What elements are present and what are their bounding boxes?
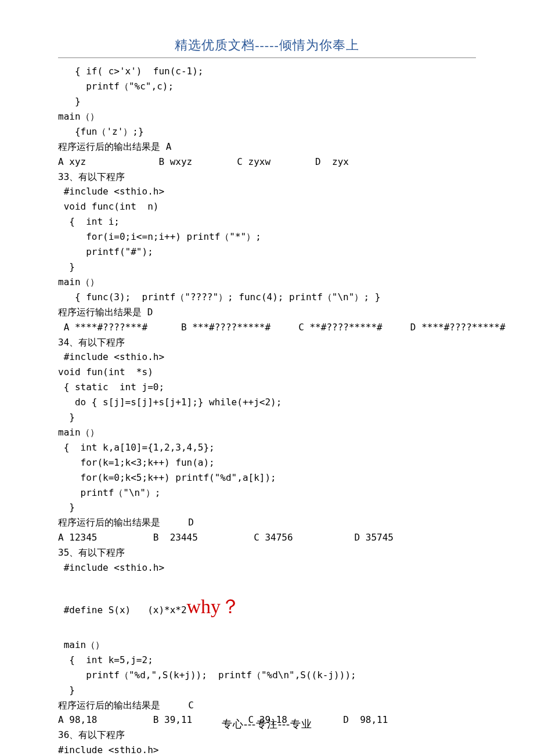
document-body: { if( c>'x') fun(c-1); printf（"%c",c); }… [58,64,476,756]
code-line: printf（"\n"）; [58,485,476,501]
code-line: } [58,500,476,515]
code-line: main（） [58,425,476,440]
code-line: { static int j=0; [58,380,476,395]
blank-line [58,575,476,591]
code-line: { int i; [58,214,476,229]
define-code: #define S(x) (x)*x*2 [58,604,187,615]
code-line: void func(int n) [58,199,476,214]
code-line: printf("#"); [58,244,476,260]
question-text: 程序运行后的输出结果是 D [58,515,476,530]
code-line: do { s[j]=s[j]+s[j+1];} while(++j<2); [58,395,476,410]
code-line: for(k=0;k<5;k++) printf("%d",a[k]); [58,470,476,485]
question-heading: 34、有以下程序 [58,335,476,350]
question-text: 程序运行输出结果是 D [58,305,476,320]
code-line: main（） [58,275,476,290]
code-line: { func(3); printf（"????"）; func(4); prin… [58,290,476,305]
code-line: printf（"%c",c); [58,79,476,94]
question-heading: 35、有以下程序 [58,545,476,560]
question-heading: 33、有以下程序 [58,170,476,185]
code-line: {fun（'z'）;} [58,124,476,139]
question-text: 程序运行后的输出结果是 C [58,698,476,713]
page-header: 精选优质文档-----倾情为你奉上 [58,35,476,55]
code-line: #include <sthio.h> [58,560,476,575]
code-line: void fun(int *s) [58,365,476,380]
blank-line [58,622,476,638]
answer-options: A xyz B wxyz C zyxw D zyx [58,154,476,170]
code-line: { int k=5,j=2; [58,653,476,668]
answer-options: A ****#????***# B ***#????*****# C **#??… [58,320,476,335]
code-line: } [58,683,476,698]
answer-options: A 12345 B 23445 C 34756 D 35745 [58,530,476,545]
code-line: printf（"%d,",S(k+j)); printf（"%d\n",S((k… [58,668,476,683]
header-divider [58,57,476,58]
code-line: for(i=0;i<=n;i++) printf（"*"）; [58,229,476,244]
code-line: main（） [58,109,476,124]
code-line: } [58,410,476,425]
code-line: } [58,94,476,109]
code-line: { if( c>'x') fun(c-1); [58,64,476,79]
code-line: for(k=1;k<3;k++) fun(a); [58,455,476,470]
code-line: { int k,a[10]={1,2,3,4,5}; [58,440,476,455]
define-line-with-annotation: #define S(x) (x)*x*2why？ [58,591,476,622]
code-line: #include <sthio.h> [58,184,476,199]
code-line: #include <sthio.h> [58,350,476,365]
question-text: 程序运行后的输出结果是 A [58,139,476,154]
why-annotation: why？ [187,596,241,617]
page-footer: 专心---专注---专业 [0,716,534,733]
code-line: main（） [58,638,476,653]
code-line: } [58,260,476,275]
code-line: #include <sthio.h> [58,743,476,756]
